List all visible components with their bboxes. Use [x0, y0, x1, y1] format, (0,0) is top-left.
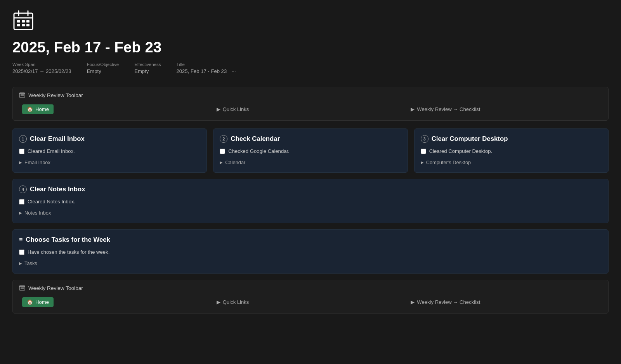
weekly-review-arrow-1: ▶ — [411, 106, 415, 112]
card-2-checkbox-row: Checked Google Calendar. — [220, 148, 401, 154]
card-tasks-expand-arrow: ▶ — [19, 261, 22, 265]
card-3-expand[interactable]: ▶ Computer's Desktop — [421, 157, 602, 166]
card-4-num: 4 — [19, 185, 27, 193]
card-calendar-title: 2 Check Calendar — [220, 135, 401, 143]
card-2-checkbox[interactable] — [220, 149, 225, 154]
effectiveness-col: Effectiveness Empty — [134, 62, 161, 75]
card-tasks-expand-label: Tasks — [24, 260, 37, 266]
toolbar-icon-1 — [19, 92, 25, 98]
card-notes-inbox: 4 Clear Notes Inbox Cleared Notes Inbox.… — [12, 179, 609, 223]
quick-links-arrow-2: ▶ — [217, 299, 220, 305]
card-tasks-checkbox[interactable] — [19, 250, 24, 255]
card-1-title-text: Clear Email Inbox — [30, 135, 85, 143]
title-label: Title — [176, 62, 236, 67]
card-3-num: 3 — [421, 135, 428, 143]
card-1-num: 1 — [19, 135, 27, 143]
tasks-icon: ≡ — [19, 236, 23, 243]
card-1-expand[interactable]: ▶ Email Inbox — [19, 157, 200, 166]
title-meta-value: 2025, Feb 17 - Feb 23 — [176, 68, 227, 74]
week-span-col: Week Span 2025/02/17 → 2025/02/23 — [12, 62, 71, 75]
svg-rect-5 — [22, 20, 25, 23]
weekly-review-toggle-1[interactable]: ▶ Weekly Review → Checklist — [411, 106, 480, 112]
toolbar-review-item-1: ▶ Weekly Review → Checklist — [408, 105, 602, 114]
card-tasks-checkbox-label: Have chosen the tasks for the week. — [28, 249, 109, 255]
more-options-button[interactable]: ··· — [232, 68, 236, 74]
home-icon-2: 🏠 — [27, 299, 33, 305]
card-4-title-text: Clear Notes Inbox — [30, 185, 85, 193]
toolbar-home-item-2: 🏠 Home — [19, 296, 213, 309]
toolbar-icon-2 — [19, 285, 25, 291]
card-1-checkbox-label: Cleared Email Inbox. — [28, 148, 75, 154]
card-3-checkbox-row: Cleared Computer Desktop. — [421, 148, 602, 154]
title-col: Title 2025, Feb 17 - Feb 23 ··· — [176, 62, 236, 75]
week-span-value: 2025/02/17 → 2025/02/23 — [12, 68, 71, 74]
card-tasks-checkbox-row: Have chosen the tasks for the week. — [19, 249, 602, 255]
card-1-expand-label: Email Inbox — [24, 159, 50, 165]
home-icon-1: 🏠 — [27, 106, 33, 112]
card-tasks-expand[interactable]: ▶ Tasks — [19, 258, 602, 267]
weekly-review-toolbar-2: Weekly Review Toolbar 🏠 Home ▶ Quick Lin… — [12, 280, 609, 314]
home-label-1: Home — [35, 106, 49, 112]
quick-links-toggle-1[interactable]: ▶ Quick Links — [217, 106, 249, 112]
three-col-cards: 1 Clear Email Inbox Cleared Email Inbox.… — [12, 128, 609, 173]
svg-rect-7 — [17, 24, 20, 26]
home-button-2[interactable]: 🏠 Home — [22, 297, 54, 307]
svg-rect-8 — [22, 24, 25, 26]
card-computer-desktop: 3 Clear Computer Desktop Cleared Compute… — [414, 128, 609, 173]
card-desktop-title: 3 Clear Computer Desktop — [421, 135, 602, 143]
toolbar-home-item-1: 🏠 Home — [19, 103, 213, 116]
quick-links-label-2: Quick Links — [223, 299, 249, 305]
card-2-title-text: Check Calendar — [231, 135, 280, 143]
card-3-checkbox-label: Cleared Computer Desktop. — [429, 148, 493, 154]
card-3-expand-arrow: ▶ — [421, 160, 424, 165]
weekly-review-label-2: Weekly Review → Checklist — [417, 299, 480, 305]
card-2-expand[interactable]: ▶ Calendar — [220, 157, 401, 166]
focus-label: Focus/Objective — [87, 62, 119, 67]
card-4-expand[interactable]: ▶ Notes Inbox — [19, 208, 602, 217]
card-notes-title: 4 Clear Notes Inbox — [19, 185, 602, 193]
card-2-num: 2 — [220, 135, 227, 143]
toolbar-quicklinks-item-1: ▶ Quick Links — [213, 105, 408, 114]
card-check-calendar: 2 Check Calendar Checked Google Calendar… — [213, 128, 408, 173]
toolbar-title-2: Weekly Review Toolbar — [28, 285, 83, 291]
effectiveness-value: Empty — [134, 68, 149, 74]
quick-links-toggle-2[interactable]: ▶ Quick Links — [217, 299, 249, 305]
quick-links-label-1: Quick Links — [223, 106, 249, 112]
weekly-review-toggle-2[interactable]: ▶ Weekly Review → Checklist — [411, 299, 480, 305]
focus-col: Focus/Objective Empty — [87, 62, 119, 75]
toolbar-title-1: Weekly Review Toolbar — [28, 92, 83, 98]
card-2-expand-label: Calendar — [225, 159, 245, 165]
week-span-label: Week Span — [12, 62, 71, 67]
toolbar-review-item-2: ▶ Weekly Review → Checklist — [408, 298, 602, 307]
svg-rect-9 — [26, 24, 29, 26]
meta-row: Week Span 2025/02/17 → 2025/02/23 Focus/… — [12, 62, 609, 75]
card-2-expand-arrow: ▶ — [220, 160, 223, 165]
weekly-review-arrow-2: ▶ — [411, 299, 415, 305]
page-title: 2025, Feb 17 - Feb 23 — [12, 39, 609, 56]
card-choose-tasks: ≡ Choose Tasks for the Week Have chosen … — [12, 229, 609, 274]
card-tasks-title-text: Choose Tasks for the Week — [26, 236, 110, 244]
card-3-title-text: Clear Computer Desktop — [432, 135, 508, 143]
card-1-checkbox-row: Cleared Email Inbox. — [19, 148, 200, 154]
card-1-checkbox[interactable] — [19, 149, 24, 154]
toolbar-items-2: 🏠 Home ▶ Quick Links ▶ Weekly Review → C… — [19, 296, 602, 309]
card-4-checkbox-label: Cleared Notes Inbox. — [28, 199, 75, 205]
card-email-inbox: 1 Clear Email Inbox Cleared Email Inbox.… — [12, 128, 207, 173]
focus-value: Empty — [87, 68, 101, 74]
card-email-title: 1 Clear Email Inbox — [19, 135, 200, 143]
svg-rect-6 — [26, 20, 29, 23]
calendar-icon — [12, 9, 609, 39]
home-button-1[interactable]: 🏠 Home — [22, 104, 54, 114]
weekly-review-label-1: Weekly Review → Checklist — [417, 106, 480, 112]
home-label-2: Home — [35, 299, 49, 305]
svg-rect-4 — [17, 20, 20, 23]
card-4-checkbox-row: Cleared Notes Inbox. — [19, 199, 602, 205]
toolbar-items-1: 🏠 Home ▶ Quick Links ▶ Weekly Review → C… — [19, 103, 602, 116]
card-4-checkbox[interactable] — [19, 199, 24, 205]
toolbar-quicklinks-item-2: ▶ Quick Links — [213, 298, 408, 307]
effectiveness-label: Effectiveness — [134, 62, 161, 67]
card-3-checkbox[interactable] — [421, 149, 426, 154]
toolbar-header-2: Weekly Review Toolbar — [19, 285, 602, 291]
quick-links-arrow-1: ▶ — [217, 106, 220, 112]
card-4-expand-arrow: ▶ — [19, 211, 22, 215]
